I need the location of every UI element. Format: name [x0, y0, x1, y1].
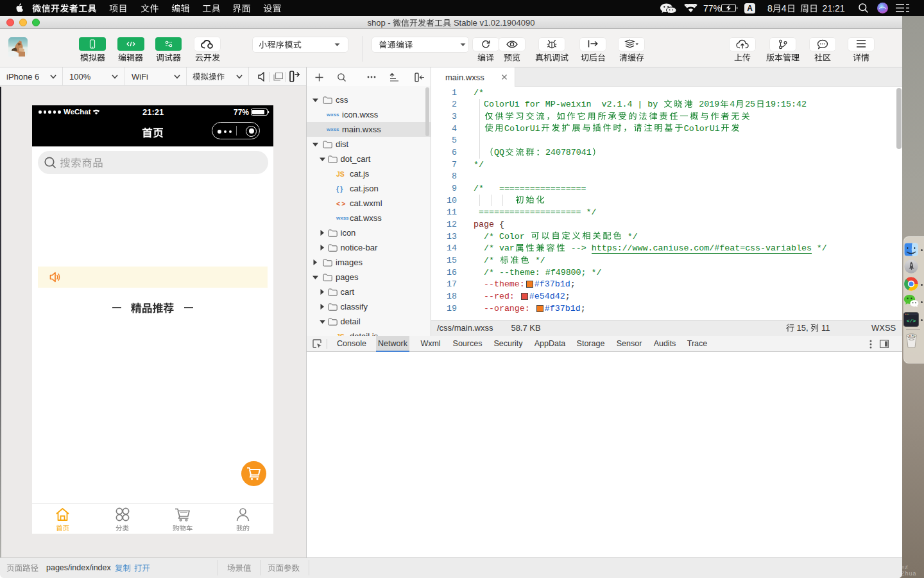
svg-text:</>: </>	[907, 318, 916, 324]
